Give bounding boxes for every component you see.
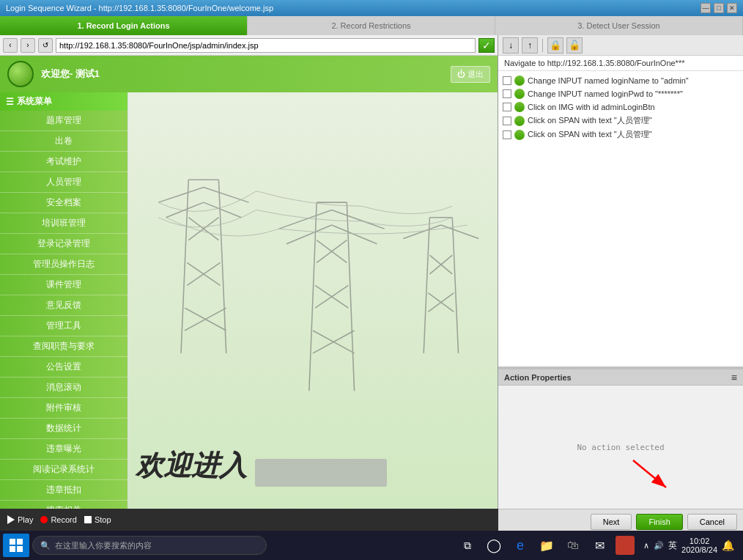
toolbar-separator bbox=[542, 39, 543, 52]
refresh-button[interactable]: ↺ bbox=[38, 38, 53, 53]
action-properties-title: Action Properties bbox=[504, 373, 572, 382]
wizard-buttons: Next Finish Cancel bbox=[498, 509, 743, 534]
sidebar-item-14[interactable]: 附件审核 bbox=[0, 398, 127, 419]
action-icon-3 bbox=[514, 116, 525, 126]
lock-button[interactable]: 🔒 bbox=[547, 37, 563, 54]
play-button[interactable]: Play bbox=[7, 515, 33, 524]
sidebar-item-18[interactable]: 违章抵扣 bbox=[0, 480, 127, 501]
sidebar-item-1[interactable]: 出卷 bbox=[0, 131, 127, 152]
back-button[interactable]: ‹ bbox=[3, 38, 18, 53]
svg-rect-40 bbox=[17, 546, 23, 552]
system-clock[interactable]: 10:02 2020/8/24 bbox=[681, 537, 717, 554]
window-controls: — □ ✕ bbox=[701, 3, 737, 13]
search-icon: 🔍 bbox=[40, 541, 51, 550]
cortana-button[interactable]: ◯ bbox=[484, 535, 504, 556]
record-icon bbox=[40, 516, 48, 523]
action-item-0: Change INPUT named loginName to "admin" bbox=[498, 74, 743, 87]
svg-line-27 bbox=[452, 218, 458, 353]
svg-line-13 bbox=[309, 202, 317, 391]
sidebar-item-12[interactable]: 公告设置 bbox=[0, 357, 127, 377]
svg-line-9 bbox=[158, 188, 204, 203]
move-down-button[interactable]: ↓ bbox=[503, 37, 519, 54]
start-button[interactable] bbox=[3, 534, 29, 557]
address-bar: ‹ › ↺ ✓ bbox=[0, 35, 498, 56]
main-area: ‹ › ↺ ✓ 欢迎您- 测试1 ⏻ 退出 bbox=[0, 35, 743, 534]
ie-button[interactable]: e bbox=[510, 535, 531, 556]
record-button[interactable]: Record bbox=[40, 515, 76, 524]
action-icon-2 bbox=[514, 102, 525, 112]
wizard-step-2[interactable]: 2. Record Restrictions bbox=[248, 16, 495, 35]
svg-line-14 bbox=[347, 202, 354, 391]
store-button[interactable]: 🛍 bbox=[563, 535, 583, 556]
taskview-button[interactable]: ⧉ bbox=[457, 535, 478, 556]
no-action-text: No action selected bbox=[577, 443, 664, 452]
wizard-step-1[interactable]: 1. Record Login Actions bbox=[0, 16, 248, 35]
go-button[interactable]: ✓ bbox=[478, 38, 495, 53]
svg-rect-39 bbox=[10, 546, 15, 552]
next-button[interactable]: Next bbox=[591, 514, 632, 530]
action-item-4: Click on SPAN with text "人员管理" bbox=[498, 128, 743, 141]
svg-rect-38 bbox=[17, 539, 23, 545]
action-checkbox-3[interactable] bbox=[503, 117, 511, 125]
finish-button[interactable]: Finish bbox=[636, 514, 682, 530]
play-icon bbox=[7, 515, 15, 524]
actions-list: Change INPUT named loginName to "admin" … bbox=[498, 71, 743, 366]
logout-button[interactable]: ⏻ 退出 bbox=[451, 66, 490, 83]
forward-button[interactable]: › bbox=[21, 38, 35, 53]
navigate-text: Navigate to http://192.168.1.35:8080/Fou… bbox=[504, 59, 684, 67]
unlock-button[interactable]: 🔓 bbox=[566, 37, 583, 54]
sidebar-item-10[interactable]: 管理工具 bbox=[0, 316, 127, 336]
cancel-button[interactable]: Cancel bbox=[687, 514, 737, 530]
action-checkbox-2[interactable] bbox=[503, 103, 511, 111]
sidebar-item-17[interactable]: 阅读记录系统计 bbox=[0, 460, 127, 480]
notification-button[interactable]: 🔔 bbox=[722, 539, 734, 551]
action-properties-content: No action selected bbox=[498, 386, 743, 509]
sidebar-item-8[interactable]: 课件管理 bbox=[0, 275, 127, 295]
svg-line-23 bbox=[332, 210, 385, 229]
sidebar-item-4[interactable]: 安全档案 bbox=[0, 193, 127, 213]
finish-arrow bbox=[629, 457, 673, 495]
sidebar-item-5[interactable]: 培训班管理 bbox=[0, 213, 127, 234]
close-button[interactable]: ✕ bbox=[727, 3, 737, 13]
sidebar-item-7[interactable]: 管理员操作日志 bbox=[0, 254, 127, 275]
show-hidden-button[interactable]: ∧ bbox=[643, 541, 649, 550]
action-checkbox-0[interactable] bbox=[503, 76, 511, 85]
action-item-1: Change INPUT named loginPwd to "*******" bbox=[498, 87, 743, 100]
stop-button[interactable]: Stop bbox=[84, 515, 111, 524]
wizard-step-3[interactable]: 3. Detect User Session bbox=[495, 16, 743, 35]
minimize-button[interactable]: — bbox=[701, 3, 711, 13]
sidebar-item-16[interactable]: 违章曝光 bbox=[0, 439, 127, 460]
content-row: ☰ 系统菜单 题库管理 出卷 考试维护 人员管理 安全档案 培训班管理 登录记录… bbox=[0, 92, 498, 534]
properties-menu-icon: ≡ bbox=[731, 372, 737, 383]
sidebar-item-6[interactable]: 登录记录管理 bbox=[0, 234, 127, 254]
username-text: 测试1 bbox=[75, 68, 100, 79]
svg-line-34 bbox=[441, 225, 478, 239]
action-checkbox-1[interactable] bbox=[503, 89, 511, 98]
search-bar[interactable]: 🔍 在这里输入你要搜索的内容 bbox=[32, 536, 267, 555]
action-item-2: Click on IMG with id adminLoginBtn bbox=[498, 100, 743, 114]
taskbar-center-icons: ⧉ ◯ e 📁 🛍 ✉ bbox=[457, 535, 635, 556]
sidebar-item-3[interactable]: 人员管理 bbox=[0, 172, 127, 193]
action-checkbox-4[interactable] bbox=[503, 130, 511, 139]
greeting-text: 欢迎您- bbox=[41, 68, 73, 79]
svg-line-10 bbox=[204, 188, 249, 203]
address-input[interactable] bbox=[56, 38, 476, 53]
language-indicator: 英 bbox=[668, 539, 677, 552]
app-icon[interactable] bbox=[616, 536, 635, 555]
svg-line-11 bbox=[166, 202, 203, 218]
volume-icon[interactable]: 🔊 bbox=[654, 541, 664, 550]
system-tray: ∧ 🔊 英 10:02 2020/8/24 🔔 bbox=[637, 537, 740, 554]
action-properties-header: Action Properties ≡ bbox=[498, 369, 743, 386]
sidebar-item-11[interactable]: 查阅职责与要求 bbox=[0, 336, 127, 357]
sidebar-item-2[interactable]: 考试维护 bbox=[0, 152, 127, 172]
folder-button[interactable]: 📁 bbox=[536, 535, 557, 556]
mail-button[interactable]: ✉ bbox=[589, 535, 610, 556]
maximize-button[interactable]: □ bbox=[714, 3, 724, 13]
move-up-button[interactable]: ↑ bbox=[522, 37, 538, 54]
sidebar-item-9[interactable]: 意见反馈 bbox=[0, 295, 127, 316]
sidebar-item-15[interactable]: 数据统计 bbox=[0, 419, 127, 439]
sidebar-item-0[interactable]: 题库管理 bbox=[0, 111, 127, 131]
web-content: 欢迎您- 测试1 ⏻ 退出 ☰ 系统菜单 题库管理 出卷 bbox=[0, 56, 498, 534]
sidebar-item-13[interactable]: 消息滚动 bbox=[0, 377, 127, 398]
welcome-overlay: 欢迎进入 bbox=[136, 447, 387, 487]
